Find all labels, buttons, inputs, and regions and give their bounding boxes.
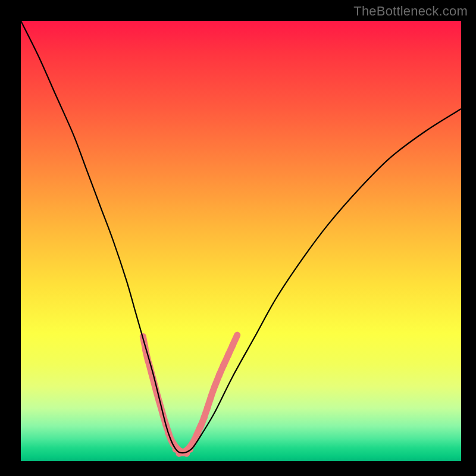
marker-dash [233, 335, 237, 346]
chart-stage: TheBottleneck.com [0, 0, 476, 476]
chart-svg [21, 21, 461, 461]
plot-area [21, 21, 461, 461]
watermark-text: TheBottleneck.com [353, 4, 468, 19]
bottleneck-curve [21, 21, 461, 453]
